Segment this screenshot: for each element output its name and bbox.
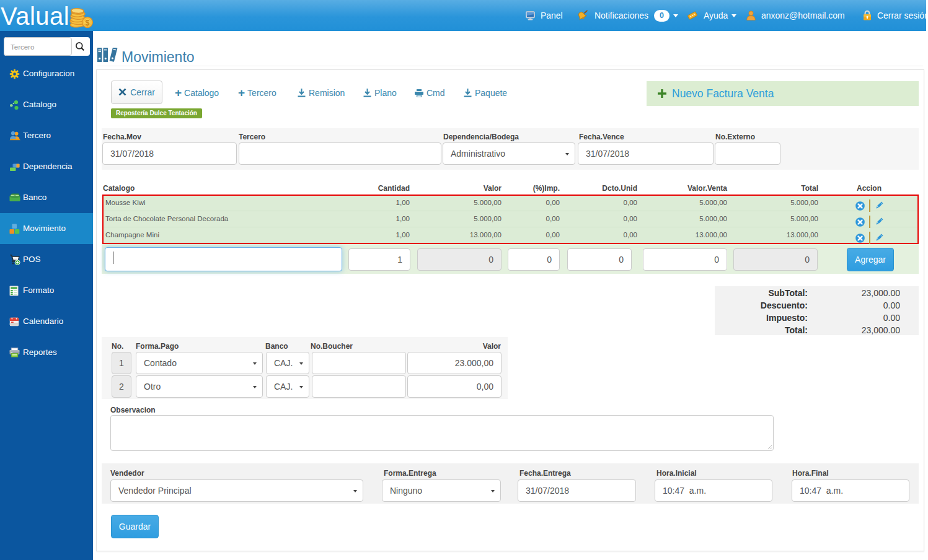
svg-text:$: $ xyxy=(86,19,90,27)
